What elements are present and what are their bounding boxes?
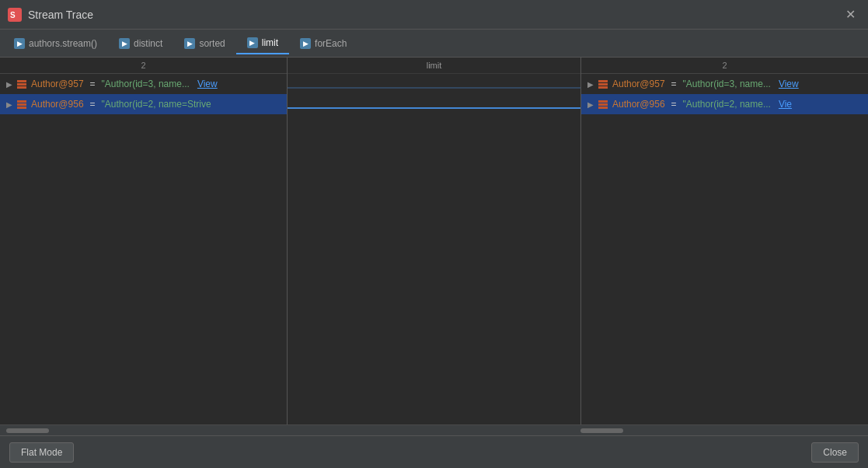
left-row-1-name: Author@957	[31, 79, 84, 89]
connector-svg	[288, 78, 580, 424]
connector-area: limit	[288, 58, 580, 424]
left-row-1[interactable]: ▶ Author@957 = "Author(id=3, name... Vie…	[0, 74, 287, 94]
tab-sorted[interactable]: ▶ sorted	[173, 33, 235, 54]
right-row-1-expand[interactable]: ▶	[587, 80, 594, 89]
left-scrollbar-thumb[interactable]	[6, 428, 49, 433]
left-row-1-stack-icon	[17, 79, 26, 89]
right-row-1[interactable]: ▶ Author@957 = "Author(id=3, name... Vie…	[581, 74, 868, 94]
right-panel: 2 ▶ Author@957 = "Author(id=3, name... V…	[580, 58, 868, 424]
tab-distinct[interactable]: ▶ distinct	[108, 33, 173, 54]
right-row-1-eq: =	[671, 79, 677, 89]
left-panel-count: 2	[0, 58, 287, 74]
scrollbar-area	[0, 424, 868, 435]
right-row-2-stack-icon	[598, 100, 608, 109]
right-row-1-link[interactable]: View	[779, 79, 799, 89]
left-row-2-name: Author@956	[31, 99, 84, 110]
left-row-2-stack-icon	[17, 100, 26, 109]
tab-forEach[interactable]: ▶ forEach	[289, 33, 357, 54]
window-title: Stream Trace	[28, 9, 93, 21]
left-panel-rows: ▶ Author@957 = "Author(id=3, name... Vie…	[0, 74, 287, 424]
tab-authors-stream-icon: ▶	[14, 38, 25, 49]
left-row-2[interactable]: ▶ Author@956 = "Author(id=2, name=Strive	[0, 94, 287, 114]
tab-distinct-icon: ▶	[119, 38, 130, 49]
bottom-bar: Flat Mode Close	[0, 435, 868, 468]
flat-mode-button[interactable]: Flat Mode	[9, 442, 74, 463]
center-label: limit	[288, 58, 580, 74]
right-panel-rows: ▶ Author@957 = "Author(id=3, name... Vie…	[581, 74, 868, 424]
left-row-1-eq: =	[90, 79, 96, 89]
right-row-2-link[interactable]: Vie	[779, 99, 792, 110]
window-close-button[interactable]: ✕	[841, 5, 860, 23]
tab-limit-icon: ▶	[247, 37, 258, 48]
tabs-bar: ▶ authors.stream() ▶ distinct ▶ sorted ▶…	[0, 30, 868, 58]
left-scrollbar	[3, 428, 291, 433]
right-row-1-name: Author@957	[612, 79, 665, 89]
right-row-2-eq: =	[671, 99, 677, 110]
title-bar: S Stream Trace ✕	[0, 0, 868, 30]
right-row-2-name: Author@956	[612, 99, 665, 110]
left-row-1-expand[interactable]: ▶	[6, 80, 12, 89]
main-area: 2 ▶ Author@957 = "Author(id=3, name... V…	[0, 58, 868, 468]
tab-forEach-icon: ▶	[300, 38, 311, 49]
left-row-1-value: "Author(id=3, name...	[102, 79, 190, 89]
panels-row: 2 ▶ Author@957 = "Author(id=3, name... V…	[0, 58, 868, 424]
tab-authors-stream[interactable]: ▶ authors.stream()	[3, 33, 108, 54]
right-panel-count: 2	[581, 58, 868, 74]
right-scrollbar-thumb[interactable]	[580, 428, 623, 433]
right-scrollbar	[577, 428, 865, 433]
left-row-1-link[interactable]: View	[197, 79, 218, 89]
right-row-1-stack-icon	[598, 79, 608, 89]
left-row-2-eq: =	[90, 99, 96, 110]
right-row-2-value: "Author(id=2, name...	[683, 99, 771, 110]
left-row-2-expand[interactable]: ▶	[6, 100, 12, 109]
title-bar-left: S Stream Trace	[8, 8, 93, 22]
left-panel: 2 ▶ Author@957 = "Author(id=3, name... V…	[0, 58, 288, 424]
left-row-2-value: "Author(id=2, name=Strive	[102, 99, 211, 110]
right-row-2[interactable]: ▶ Author@956 = "Author(id=2, name... Vie	[581, 94, 868, 114]
right-row-1-value: "Author(id=3, name...	[683, 79, 771, 89]
right-row-2-expand[interactable]: ▶	[587, 100, 594, 109]
svg-text:S: S	[10, 11, 16, 19]
app-icon: S	[8, 8, 22, 22]
tab-sorted-icon: ▶	[184, 38, 195, 49]
tab-limit[interactable]: ▶ limit	[236, 33, 289, 54]
close-button[interactable]: Close	[811, 442, 859, 463]
